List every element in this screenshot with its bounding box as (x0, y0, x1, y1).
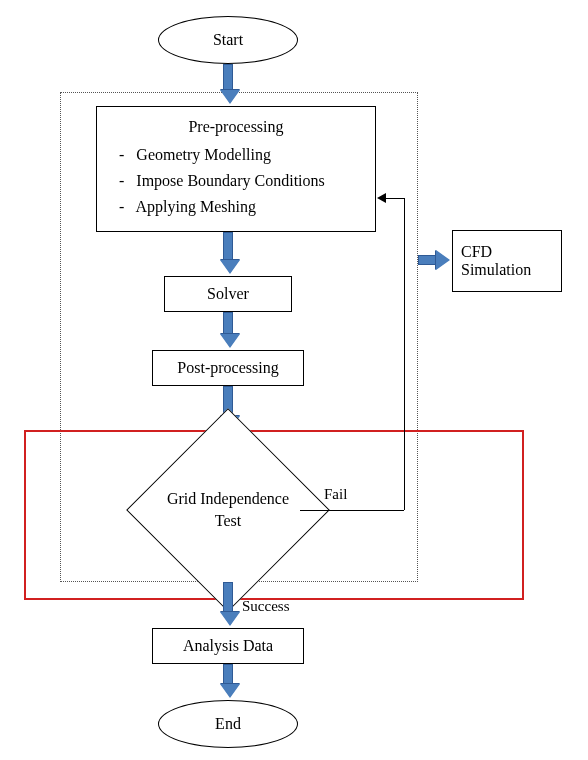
arrow-solver-to-postprocessing (220, 312, 236, 348)
analysis-node: Analysis Data (152, 628, 304, 664)
arrow-preprocessing-to-solver (220, 232, 236, 274)
preprocessing-item: - Geometry Modelling (119, 146, 367, 164)
feedback-line (404, 198, 405, 510)
end-node: End (158, 700, 298, 748)
preprocessing-title: Pre-processing (105, 118, 367, 136)
preprocessing-item: - Applying Meshing (119, 198, 367, 216)
feedback-line (300, 510, 404, 511)
arrow-decision-to-analysis (220, 582, 236, 626)
postprocessing-label: Post-processing (177, 359, 278, 377)
end-label: End (215, 715, 241, 733)
preprocessing-item: - Impose Boundary Conditions (119, 172, 367, 190)
decision-node: Grid Independence Test (156, 438, 300, 582)
analysis-label: Analysis Data (183, 637, 273, 655)
cfd-simulation-label: CFD Simulation (461, 243, 553, 279)
solver-label: Solver (207, 285, 249, 303)
start-label: Start (213, 31, 243, 49)
feedback-arrowhead (377, 193, 386, 203)
arrow-to-cfd-box (418, 250, 450, 270)
cfd-simulation-label-box: CFD Simulation (452, 230, 562, 292)
postprocessing-node: Post-processing (152, 350, 304, 386)
flowchart-canvas: Start Pre-processing - Geometry Modellin… (0, 0, 588, 760)
arrow-analysis-to-end (220, 664, 236, 698)
arrow-start-to-preprocessing (220, 64, 236, 104)
solver-node: Solver (164, 276, 292, 312)
fail-label: Fail (324, 486, 347, 503)
start-node: Start (158, 16, 298, 64)
success-label: Success (242, 598, 290, 615)
decision-label: Grid Independence Test (166, 488, 290, 531)
preprocessing-node: Pre-processing - Geometry Modelling - Im… (96, 106, 376, 232)
feedback-line (386, 198, 404, 199)
